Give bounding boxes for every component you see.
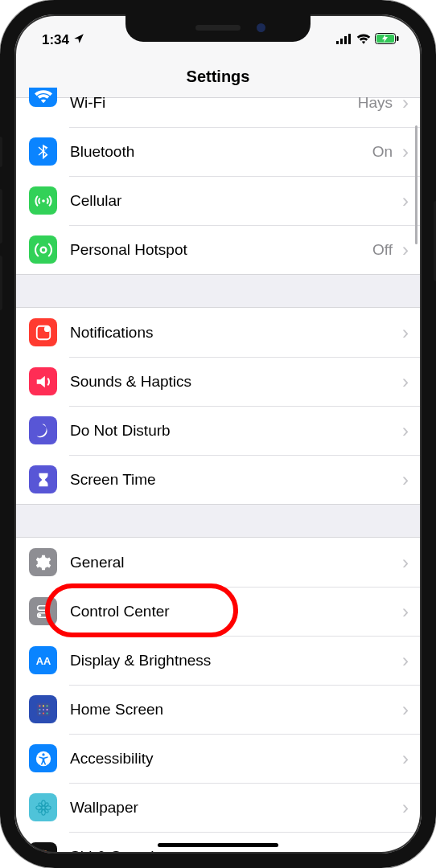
scroll-indicator[interactable] (415, 125, 417, 244)
svg-point-20 (46, 708, 47, 710)
chevron-right-icon: › (402, 240, 409, 260)
siri-icon (29, 842, 57, 854)
row-label: Screen Time (70, 471, 399, 489)
svg-point-25 (42, 753, 44, 755)
row-label: Notifications (70, 324, 399, 342)
wifi-status-icon (356, 32, 371, 48)
chevron-right-icon: › (402, 651, 409, 670)
row-label: Display & Brightness (70, 652, 399, 669)
toggles-icon (29, 597, 57, 625)
row-label: Sounds & Haptics (70, 373, 399, 391)
row-home-screen[interactable]: Home Screen› (14, 685, 422, 734)
svg-point-15 (39, 705, 40, 706)
svg-rect-3 (348, 34, 351, 44)
chevron-right-icon: › (402, 749, 409, 768)
chevron-right-icon: › (402, 602, 409, 621)
row-sounds-haptics[interactable]: Sounds & Haptics› (14, 357, 422, 406)
row-general[interactable]: General› (14, 538, 422, 587)
row-display-brightness[interactable]: AADisplay & Brightness› (14, 636, 422, 685)
svg-point-21 (39, 712, 40, 714)
row-value: On (372, 143, 393, 161)
screen: 1:34 Settings Wi-FiHays›BluetoothOn›Cell… (14, 14, 422, 854)
sounds-icon (29, 367, 57, 395)
svg-point-10 (45, 606, 48, 609)
chevron-right-icon: › (402, 847, 409, 854)
svg-point-12 (38, 613, 41, 616)
chevron-right-icon: › (402, 470, 409, 489)
chevron-right-icon: › (402, 372, 409, 391)
wifi-icon (29, 88, 57, 107)
cellular-signal-icon (336, 32, 352, 48)
row-notifications[interactable]: Notifications› (14, 308, 422, 357)
section-gap (14, 504, 422, 538)
chevron-right-icon: › (402, 553, 409, 572)
row-screen-time[interactable]: Screen Time› (14, 455, 422, 504)
notifications-icon (29, 318, 57, 346)
row-label: Personal Hotspot (70, 241, 372, 259)
bluetooth-icon (29, 137, 57, 166)
status-time: 1:34 (42, 32, 69, 48)
chevron-right-icon: › (402, 142, 409, 162)
svg-point-32 (43, 802, 48, 807)
row-label: Control Center (70, 603, 399, 620)
row-wallpaper[interactable]: Wallpaper› (14, 783, 422, 832)
svg-point-35 (36, 850, 50, 854)
svg-point-22 (42, 712, 43, 714)
svg-point-16 (42, 705, 43, 706)
svg-point-18 (39, 708, 40, 710)
row-accessibility[interactable]: Accessibility› (14, 734, 422, 783)
svg-text:AA: AA (35, 654, 51, 666)
row-cellular[interactable]: Cellular› (14, 176, 422, 225)
row-label: Home Screen (70, 701, 399, 719)
row-label: Cellular (70, 192, 399, 210)
battery-charging-icon (375, 32, 399, 48)
hotspot-icon (29, 235, 57, 264)
side-button-volume-up (0, 189, 2, 244)
svg-rect-6 (397, 36, 399, 41)
row-label: Siri & Search (70, 848, 399, 854)
notch (125, 14, 311, 42)
chevron-right-icon: › (402, 421, 409, 440)
side-button-volume-down (0, 256, 2, 310)
gear-icon (29, 548, 57, 576)
grid-icon (29, 695, 57, 723)
row-label: General (70, 554, 399, 571)
svg-rect-2 (344, 36, 347, 44)
chevron-right-icon: › (402, 798, 409, 817)
svg-point-17 (46, 705, 47, 706)
section-gap (14, 274, 422, 308)
row-label: Bluetooth (70, 143, 372, 161)
row-label: Do Not Disturb (70, 422, 399, 440)
row-personal-hotspot[interactable]: Personal HotspotOff› (14, 225, 422, 274)
svg-rect-1 (340, 39, 343, 44)
svg-rect-0 (336, 41, 339, 44)
row-label: Accessibility (70, 750, 399, 768)
location-arrow-icon (73, 32, 84, 48)
row-bluetooth[interactable]: BluetoothOn› (14, 127, 422, 176)
svg-point-31 (38, 802, 43, 807)
svg-point-33 (38, 808, 43, 813)
svg-point-34 (43, 808, 48, 813)
svg-point-8 (43, 326, 49, 331)
chevron-right-icon: › (402, 93, 409, 113)
settings-list[interactable]: Wi-FiHays›BluetoothOn›Cellular›Personal … (14, 98, 422, 854)
row-do-not-disturb[interactable]: Do Not Disturb› (14, 406, 422, 455)
flower-icon (29, 793, 57, 821)
chevron-right-icon: › (402, 700, 409, 719)
row-label: Wallpaper (70, 799, 399, 817)
chevron-right-icon: › (402, 191, 409, 211)
row-wifi[interactable]: Wi-FiHays› (14, 98, 422, 127)
svg-point-19 (42, 708, 43, 710)
svg-point-23 (46, 712, 47, 714)
cellular-icon (29, 186, 57, 215)
side-button-mute (0, 137, 2, 167)
row-control-center[interactable]: Control Center› (14, 587, 422, 636)
home-indicator[interactable] (158, 843, 278, 847)
row-value: Off (372, 241, 393, 259)
chevron-right-icon: › (402, 323, 409, 342)
accessibility-icon (29, 744, 57, 772)
row-value: Hays (358, 94, 393, 112)
hourglass-icon (29, 465, 57, 493)
row-label: Wi-Fi (70, 94, 358, 112)
page-title: Settings (14, 51, 422, 98)
